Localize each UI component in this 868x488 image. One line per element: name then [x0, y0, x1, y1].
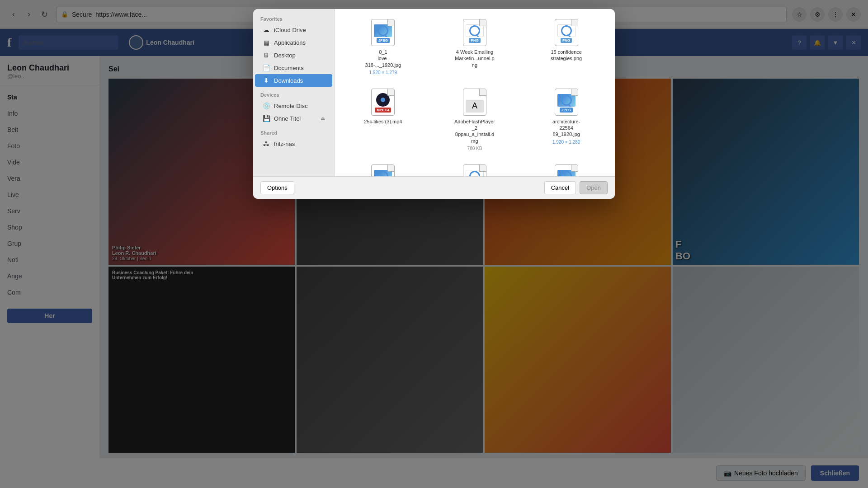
file-size-5: 780 KB — [467, 146, 482, 151]
dialog-sidebar: Favorites ☁ iCloud Drive ▦ Applications … — [253, 9, 335, 176]
file-badge-2: PNG — [469, 38, 480, 43]
file-icon-8: PNG — [460, 164, 489, 176]
file-badge-4: MPEG4 — [375, 108, 391, 113]
lens-icon-3 — [561, 25, 572, 36]
file-preview-2 — [466, 24, 484, 37]
file-badge-6: JPEG — [560, 108, 573, 113]
file-icon-4: MPEG4 — [368, 88, 397, 117]
file-item-6[interactable]: JPEG architecture-2256489_1920.jpg 1.920… — [523, 84, 609, 155]
desktop-label: Desktop — [274, 52, 296, 59]
desktop-icon: 🖥 — [262, 52, 270, 59]
file-name-3: 15 confidencestrategies.png — [551, 49, 582, 62]
documents-label: Documents — [274, 65, 304, 71]
lens-icon-8 — [469, 171, 480, 176]
file-icon-base-5: A — [463, 89, 486, 116]
sidebar-item-fritz-nas[interactable]: 🖧 fritz-nas — [255, 137, 332, 150]
file-icon-1: JPEG — [368, 18, 397, 47]
sidebar-item-applications[interactable]: ▦ Applications — [255, 36, 332, 49]
file-item-2[interactable]: PNG 4 Week EmailingMarketin...unnel.png — [432, 14, 518, 79]
sidebar-item-remote-disc[interactable]: 💿 Remote Disc — [255, 99, 332, 112]
file-preview-6 — [557, 94, 576, 107]
file-icon-base-9: JPEG — [555, 164, 578, 176]
lens-icon-7 — [377, 171, 388, 176]
downloads-label: Downloads — [274, 77, 303, 84]
file-item-1[interactable]: JPEG 0_1love-318-..._1920.jpg 1.920 × 1.… — [340, 14, 426, 79]
adobe-icon: A — [472, 101, 477, 111]
file-item-8[interactable]: PNG ... — [432, 160, 518, 176]
file-icon-base-8: PNG — [463, 164, 486, 176]
lens-icon-9 — [561, 171, 572, 176]
file-icon-base-1: JPEG — [371, 19, 395, 46]
devices-label: Devices — [253, 90, 334, 99]
dialog-main-files: JPEG 0_1love-318-..._1920.jpg 1.920 × 1.… — [335, 9, 615, 176]
cancel-button[interactable]: Cancel — [544, 181, 576, 194]
sidebar-item-downloads[interactable]: ⬇ Downloads — [255, 74, 332, 87]
file-item-7[interactable]: JPEG ... — [340, 160, 426, 176]
file-icon-9: JPEG — [552, 164, 581, 176]
file-meta-1: 1.920 × 1.279 — [369, 70, 397, 75]
file-meta-6: 1.920 × 1.280 — [552, 140, 580, 145]
favorites-label: Favorites — [253, 14, 334, 23]
file-preview-3 — [557, 24, 576, 37]
file-item-9[interactable]: JPEG ... — [523, 160, 609, 176]
remote-disc-label: Remote Disc — [274, 103, 307, 109]
dialog-bottom-bar: Options Cancel Open — [253, 176, 615, 199]
ohne-titel-label: Ohne Titel — [274, 115, 301, 122]
file-dialog: Favorites ☁ iCloud Drive ▦ Applications … — [253, 9, 615, 199]
applications-label: Applications — [274, 39, 306, 46]
icloud-icon: ☁ — [262, 26, 270, 33]
file-item-5[interactable]: A AdobeFlashPlayer_28ppau_a_install.dmg … — [432, 84, 518, 155]
devices-section: Devices 💿 Remote Disc 💾 Ohne Titel ⏏ — [253, 90, 334, 125]
fritz-nas-label: fritz-nas — [274, 141, 295, 147]
file-icon-base-6: JPEG — [555, 89, 578, 116]
file-item-3[interactable]: PNG 15 confidencestrategies.png — [523, 14, 609, 79]
modal-overlay: Favorites ☁ iCloud Drive ▦ Applications … — [0, 0, 868, 488]
file-icon-3: PNG — [552, 18, 581, 47]
sidebar-item-documents[interactable]: 📄 Documents — [255, 61, 332, 74]
file-icon-base-4: MPEG4 — [371, 89, 395, 116]
icloud-label: iCloud Drive — [274, 27, 306, 33]
file-preview-9 — [557, 170, 576, 176]
file-badge-1: JPEG — [377, 38, 390, 43]
file-icon-7: JPEG — [368, 164, 397, 176]
file-name-1: 0_1love-318-..._1920.jpg — [363, 49, 403, 68]
lens-icon-2 — [469, 25, 480, 36]
file-badge-3: PNG — [561, 38, 572, 43]
downloads-icon: ⬇ — [262, 77, 270, 84]
file-item-4[interactable]: MPEG4 25k-likes (3).mp4 — [340, 84, 426, 155]
file-preview-8 — [466, 170, 484, 176]
file-preview-1 — [374, 24, 392, 37]
mpeg-disc-icon — [376, 93, 390, 107]
open-button[interactable]: Open — [580, 181, 608, 194]
sidebar-item-desktop[interactable]: 🖥 Desktop — [255, 49, 332, 61]
file-preview-7 — [374, 170, 392, 176]
file-icon-6: JPEG — [552, 88, 581, 117]
lens-icon-6 — [561, 95, 572, 106]
file-icon-base-3: PNG — [555, 19, 578, 46]
eject-icon[interactable]: ⏏ — [321, 116, 325, 122]
file-name-4: 25k-likes (3).mp4 — [364, 118, 402, 125]
dialog-body: Favorites ☁ iCloud Drive ▦ Applications … — [253, 9, 615, 176]
shared-label: Shared — [253, 128, 334, 137]
file-preview-5: A — [466, 100, 484, 113]
file-icon-base-2: PNG — [463, 19, 486, 46]
file-icon-2: PNG — [460, 18, 489, 47]
documents-icon: 📄 — [262, 64, 270, 71]
favorites-section: Favorites ☁ iCloud Drive ▦ Applications … — [253, 14, 334, 87]
fritz-nas-icon: 🖧 — [262, 140, 270, 147]
sidebar-item-icloud[interactable]: ☁ iCloud Drive — [255, 23, 332, 36]
ohne-titel-icon: 💾 — [262, 115, 270, 122]
applications-icon: ▦ — [262, 39, 270, 46]
lens-icon-1 — [377, 25, 388, 36]
file-name-5: AdobeFlashPlayer_28ppau_a_install.dmg — [454, 118, 495, 144]
file-name-6: architecture-2256489_1920.jpg — [546, 118, 587, 138]
options-button[interactable]: Options — [260, 181, 294, 194]
shared-section: Shared 🖧 fritz-nas — [253, 128, 334, 150]
remote-disc-icon: 💿 — [262, 102, 270, 109]
file-icon-5: A — [460, 88, 489, 117]
file-icon-base-7: JPEG — [371, 164, 395, 176]
sidebar-item-ohne-titel[interactable]: 💾 Ohne Titel ⏏ — [255, 112, 332, 125]
file-name-2: 4 Week EmailingMarketin...unnel.png — [454, 49, 495, 68]
